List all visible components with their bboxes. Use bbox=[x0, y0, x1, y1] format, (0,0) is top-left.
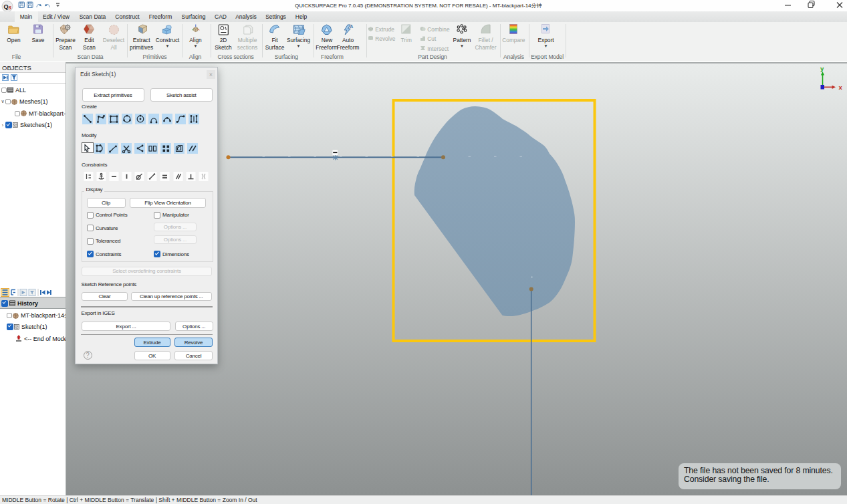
svg-text:s: s bbox=[8, 3, 11, 11]
svg-text:A: A bbox=[350, 24, 354, 29]
svg-text:x: x bbox=[839, 84, 843, 91]
svg-text:y: y bbox=[820, 65, 824, 72]
